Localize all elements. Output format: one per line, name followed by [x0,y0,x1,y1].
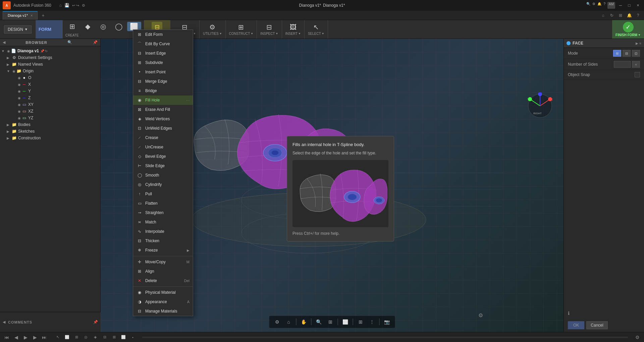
menu-item-interpolate[interactable]: ∿ Interpolate [133,227,193,236]
menu-item-move-copy[interactable]: ✛ Move/Copy M [133,257,193,267]
utilities-group[interactable]: ⚙ UTILITIES ▼ [200,20,226,39]
select-group[interactable]: ↖ SELECT ▼ [305,20,328,39]
num-sides-input[interactable] [614,61,631,68]
view-gizmo[interactable]: X Y Z RIGHT [527,92,553,119]
ok-button[interactable]: OK [568,321,584,329]
tree-item-named-views[interactable]: ▶ 📁 Named Views [0,61,100,68]
menu-item-crease[interactable]: ⟋ Crease [133,133,193,142]
face-expand-icon[interactable]: ▶ ≡ [636,42,641,45]
save-icon[interactable]: 💾 [64,3,69,8]
eye-icon-axis-X[interactable]: ◉ [17,83,21,86]
tree-item-origin[interactable]: ▼ ◉ 📁 Origin [0,68,100,74]
construct-group[interactable]: ⊞ CONSTRUCT ▼ [226,20,257,39]
vp-camera-button[interactable]: 📷 [382,317,392,327]
tab-home-icon[interactable]: ⌂ [600,12,606,19]
eye-icon-axis-Y[interactable]: ◉ [17,89,21,93]
design-dropdown-button[interactable]: DESIGN ▼ [4,25,32,33]
loop-button[interactable]: ⊞ [110,333,118,341]
tree-arrow-doc-settings[interactable]: ▶ [7,56,11,60]
create-torus-button[interactable]: ◯ [112,22,126,31]
select-tool-button[interactable]: ↖ [54,333,62,341]
menu-item-unweld-edges[interactable]: ⊡ UnWeld Edges [133,124,193,133]
vp-zoomfit-button[interactable]: ⊞ [326,317,335,327]
menu-item-subdivide[interactable]: ⊞ Subdivide [133,58,193,67]
rect-select-button[interactable]: ⬜ [63,333,71,341]
inspect-group[interactable]: ⊟ INSPECT ▼ [257,20,282,39]
tree-item-axis-Z[interactable]: ◉ ─ Z [0,94,100,101]
menu-item-manage-materials[interactable]: ⊟ Manage Materials [133,306,193,316]
menu-item-flatten[interactable]: ▭ Flatten [133,199,193,208]
menu-item-weld-vertices[interactable]: ◈ Weld Vertices [133,114,193,124]
vp-grid-button[interactable]: ⊞ [356,317,365,327]
minimize-button[interactable]: ─ [617,2,624,9]
tree-item-doc-settings[interactable]: ▶ ⚙ Document Settings [0,54,100,61]
tree-pin-icon-dianoga[interactable]: 📌 [40,49,44,53]
create-group-label[interactable]: CREATE [65,33,79,37]
tab-bell-icon[interactable]: 🔔 [626,12,633,19]
mode-btn-1[interactable]: ⊞ [613,50,621,57]
menu-item-align[interactable]: ⊞ Align [133,267,193,276]
menu-item-bridge[interactable]: ≡ Bridge [133,86,193,95]
vp-pan-button[interactable]: ✋ [299,317,309,327]
info-icon[interactable]: ℹ [568,311,570,316]
close-button[interactable]: × [635,2,641,9]
menu-item-delete[interactable]: ✕ Delete Del [133,276,193,285]
tree-item-sketches[interactable]: ▶ 📁 Sketches [0,128,100,135]
menu-item-thicken[interactable]: ⊟ Thicken [133,236,193,246]
tree-item-axis-YZ[interactable]: ◉ ▭ YZ [0,115,100,121]
settings-icon[interactable]: ⚙ [592,2,595,9]
eye-icon-dianoga[interactable]: ◉ [6,49,11,53]
timeline-settings-button[interactable]: ⚙ [633,333,641,341]
browser-search-icon[interactable]: 🔍 [67,40,72,45]
search-icon[interactable]: 🔍 [586,2,590,9]
point-button[interactable]: • [129,333,137,341]
create-box-button[interactable]: ⊞ [65,22,79,31]
create-cylinder-button[interactable]: ◎ [96,22,110,31]
play-next-button[interactable]: ▶ [31,333,39,341]
menu-item-smooth[interactable]: ◯ Smooth [133,170,193,180]
menu-item-merge-edge[interactable]: ⊟ Merge Edge [133,77,193,86]
eye-icon-axis-XY[interactable]: ◉ [17,103,21,107]
menu-item-insert-edge[interactable]: ⊟ Insert Edge [133,49,193,58]
tree-item-bodies[interactable]: ▶ 📁 Bodies [0,121,100,128]
eye-icon-origin[interactable]: ◉ [11,69,16,73]
tree-item-axis-O[interactable]: ◉ ● O [0,74,100,81]
tree-item-axis-XY[interactable]: ◉ ▭ XY [0,101,100,108]
menu-item-appearance[interactable]: ◑ Appearance A [133,297,193,306]
undo-redo[interactable]: ↩ ↪ [72,3,79,8]
tree-item-axis-Y[interactable]: ◉ ─ Y [0,88,100,94]
play-prev-button[interactable]: ◀ [12,333,20,341]
tree-item-axis-X[interactable]: ◉ ─ X [0,81,100,88]
menu-item-cylindrify[interactable]: ◎ Cylindrify [133,180,193,189]
menu-item-fill-hole[interactable]: ◉ Fill Hole ⋯ [133,95,193,105]
vp-display-button[interactable]: ⬜ [341,317,350,327]
play-first-button[interactable]: ⏮ [3,333,11,341]
menu-item-freeze[interactable]: ❄ Freeze ▶ [133,246,193,255]
home-icon[interactable]: ⌂ [59,3,62,8]
vp-zoom-button[interactable]: 🔍 [314,317,324,327]
paint-button[interactable]: ⊞ [72,333,80,341]
obj-snap-checkbox[interactable] [635,72,640,77]
menu-item-straighten[interactable]: ⊸ Straighten [133,208,193,217]
gear-icon[interactable]: ⚙ [82,3,85,8]
help-icon[interactable]: ? [603,2,605,9]
menu-item-slide-edge[interactable]: ⊢ Slide Edge [133,161,193,170]
menu-item-erase-fill[interactable]: ⊠ Erase And Fill [133,105,193,114]
browser-pin-icon[interactable]: 📌 [93,40,98,45]
menu-item-match[interactable]: ≍ Match [133,217,193,227]
comments-pin-icon[interactable]: 📌 [93,320,98,324]
tree-arrow-construction[interactable]: ▶ [7,136,11,140]
notification-icon[interactable]: 🔔 [597,2,601,9]
tab-refresh-icon[interactable]: ↻ [608,12,615,19]
mode-btn-2[interactable]: ⊟ [623,50,631,57]
insert-group[interactable]: 🖼 INSERT ▼ [282,20,305,39]
tree-item-dianoga[interactable]: ▼ ◉ 📄 Dianoga v1 📌 ↻ [0,48,100,54]
tab-dianoga[interactable]: Dianoga v1* × [3,11,38,20]
eye-icon-axis-O[interactable]: ◉ [17,76,21,80]
menu-item-edit-form[interactable]: ⊞ Edit Form [133,30,193,39]
user-avatar[interactable]: AM [607,2,615,9]
tree-refresh-icon-dianoga[interactable]: ↻ [45,49,48,53]
tree-arrow-sketches[interactable]: ▶ [7,130,11,133]
finish-form-button[interactable]: ✓ FINISH FORM ▼ [612,20,644,39]
comments-collapse-icon[interactable]: ◀ [3,320,5,324]
